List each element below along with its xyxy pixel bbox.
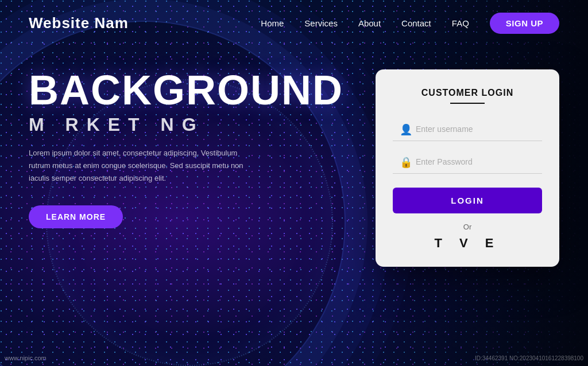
nav-item-signup[interactable]: SIGN UP (490, 13, 559, 34)
watermark: www.nipic.com (5, 355, 47, 361)
nav-item-about[interactable]: About (358, 18, 381, 29)
hero-subtitle: M RKET NG (29, 114, 376, 135)
nav-link-services[interactable]: Services (304, 18, 338, 28)
username-input[interactable] (393, 118, 542, 141)
learn-more-button[interactable]: LEARN MORE (29, 205, 123, 228)
password-input-group: 🔒 (393, 150, 542, 174)
nav-item-home[interactable]: Home (261, 18, 284, 29)
lock-icon: 🔒 (400, 156, 412, 169)
logo: Website Nam (29, 14, 129, 32)
login-button[interactable]: LOGIN (393, 188, 542, 213)
or-separator: Or (393, 223, 542, 231)
hero-title: BACKGROUND (29, 69, 376, 111)
hero-description: Lorem ipsum dolor sit amet, consectetur … (29, 147, 247, 185)
nav-item-services[interactable]: Services (304, 18, 338, 29)
main-content: BACKGROUND M RKET NG Lorem ipsum dolor s… (0, 46, 588, 267)
alternative-login-text: T V E (393, 236, 542, 251)
nav-link-contact[interactable]: Contact (401, 18, 431, 28)
id-text: ID:34462391 NO:20230410161228398100 (475, 355, 583, 361)
user-icon: 👤 (400, 123, 412, 136)
login-card-title: CUSTOMER LOGIN (393, 88, 542, 98)
signup-button[interactable]: SIGN UP (490, 13, 559, 34)
login-divider (450, 103, 485, 104)
login-card: CUSTOMER LOGIN 👤 🔒 LOGIN Or T V E (376, 69, 559, 267)
nav-link-home[interactable]: Home (261, 18, 284, 28)
username-input-group: 👤 (393, 118, 542, 141)
nav-item-faq[interactable]: FAQ (452, 18, 469, 29)
nav-link-faq[interactable]: FAQ (452, 18, 469, 28)
hero-section: BACKGROUND M RKET NG Lorem ipsum dolor s… (29, 64, 376, 228)
password-input[interactable] (393, 150, 542, 174)
navbar: Website Nam Home Services About Contact … (0, 0, 588, 46)
nav-link-about[interactable]: About (358, 18, 381, 28)
nav-item-contact[interactable]: Contact (401, 18, 431, 29)
nav-links: Home Services About Contact FAQ SIGN UP (261, 13, 559, 34)
